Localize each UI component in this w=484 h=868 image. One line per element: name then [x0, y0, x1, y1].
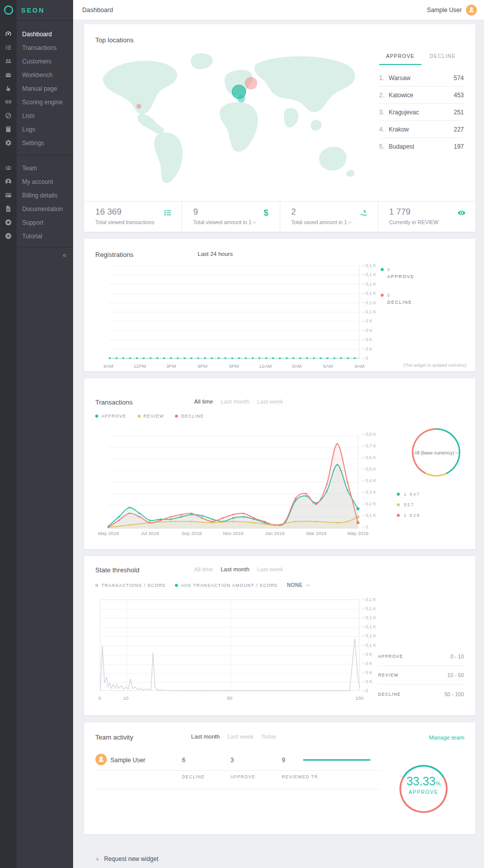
tab-today[interactable]: Today [261, 733, 277, 740]
x-axis-label: 6PM [188, 363, 218, 369]
stat-card[interactable]: 9Total viewed amount in 1$ [182, 202, 279, 232]
tab-last-week[interactable]: Last week [227, 733, 254, 740]
y-axis-label: 0,5 K [362, 466, 376, 472]
x-axis-label: May 2018 [91, 530, 126, 536]
transactions-legend: APPROVEREVIEWDECLINE [95, 414, 204, 419]
x-axis-label: Mar 2019 [299, 530, 334, 536]
sidebar-item-documentation[interactable]: Documentation [0, 202, 73, 216]
threshold-label: APPROVE [378, 654, 403, 659]
transactions-card: Transactions All timeLast monthLast week… [84, 378, 475, 549]
location-count: 574 [454, 75, 464, 82]
stat-card[interactable]: 16 369Total viewed transactions [84, 202, 182, 232]
state-threshold-card: State threshold All timeLast monthLast w… [84, 556, 475, 715]
tab-decline[interactable]: DECLINE [421, 53, 464, 65]
y-axis-label: 0 K [362, 652, 373, 657]
legend-dot [397, 503, 400, 506]
tab-all-time[interactable]: All time [194, 566, 213, 572]
x-axis-label: 9PM [219, 363, 249, 369]
tab-last-month[interactable]: Last month [221, 566, 250, 572]
tab-last-week[interactable]: Last week [257, 398, 283, 405]
sidebar-item-logs[interactable]: Logs [0, 122, 73, 136]
stat-card[interactable]: 2Total saved amount in 1$ [280, 202, 378, 232]
sidebar-item-label: Transactions [22, 44, 56, 51]
seon-logo-icon [3, 5, 14, 16]
threshold-row[interactable]: APPROVE0 - 10 [378, 647, 464, 666]
tab-last-24-hours[interactable]: Last 24 hours [198, 251, 233, 257]
sidebar-item-customers[interactable]: Customers [0, 54, 73, 68]
top-locations-tabs: APPROVEDECLINE [379, 53, 464, 65]
approve-rate-value: 33.33% APPROVE [398, 775, 449, 795]
currency-donut: All (base currency) [411, 427, 461, 478]
legend-item: AVG TRANSACTION AMOUNT / SCORE [175, 583, 278, 588]
threshold-row[interactable]: REVIEW10 - 50 [378, 666, 464, 685]
manage-team-link[interactable]: Manage team [429, 735, 464, 741]
page-title: Dashboard [82, 7, 113, 14]
threshold-row[interactable]: DECLINE50 - 100 [378, 685, 464, 703]
sidebar-item-my-account[interactable]: My account [0, 175, 73, 188]
user-avatar[interactable] [466, 5, 477, 16]
location-row[interactable]: 4.Krakow227 [379, 121, 464, 138]
currency-selector[interactable]: All (base currency) [407, 427, 465, 478]
sidebar-item-tutorial[interactable]: Tutorial [0, 229, 73, 243]
user-name[interactable]: Sample User [427, 7, 462, 14]
y-axis-label: 0,8 K [362, 432, 376, 437]
legend-dot [397, 514, 400, 517]
tab-last-month[interactable]: Last month [221, 398, 250, 405]
transactions-chart-svg [108, 434, 361, 530]
sidebar-item-dashboard[interactable]: Dashboard [0, 27, 73, 41]
gridline [108, 284, 359, 285]
sidebar-divider [0, 247, 73, 247]
location-city: Budapest [389, 143, 454, 150]
tab-last-week[interactable]: Last week [257, 566, 283, 572]
gridline [108, 330, 359, 331]
transactions-icon [5, 44, 12, 51]
x-axis-label: Sep 2018 [174, 530, 209, 536]
stat-label-text: Total viewed amount in 1 [193, 219, 252, 225]
location-row[interactable]: 5.Budapest197 [379, 138, 464, 155]
sidebar-item-scoring-engine[interactable]: Scoring engine [0, 95, 73, 109]
legend-value: 0 [387, 267, 390, 272]
x-axis-label: 9AM [93, 363, 124, 369]
sidebar-divider [0, 155, 73, 155]
my-account-icon [5, 178, 12, 185]
donut-legend-value: 1 647 [404, 492, 420, 497]
threshold-series [100, 600, 360, 691]
y-axis-label: 0 K [362, 661, 373, 666]
tab-all-time[interactable]: All time [194, 398, 213, 405]
flat-zero-series [108, 356, 359, 361]
location-row[interactable]: 1.Warsaw574 [379, 70, 464, 87]
x-axis-label: May 2019 [340, 530, 376, 536]
sidebar-item-workbench[interactable]: Workbench [0, 68, 73, 82]
y-axis-label: 0,3 K [362, 490, 376, 495]
legend-item: REVIEW [138, 414, 164, 419]
sidebar-collapse-button[interactable]: « [63, 251, 67, 259]
stat-value: 2 [291, 207, 368, 217]
location-row[interactable]: 2.Katowice453 [379, 87, 464, 104]
sidebar-item-lists[interactable]: Lists [0, 109, 73, 122]
tab-approve[interactable]: APPROVE [379, 53, 421, 65]
sidebar-item-settings[interactable]: Settings [0, 136, 73, 150]
brand-logo[interactable]: SEON [0, 0, 73, 21]
location-rank: 1. [379, 75, 389, 82]
x-axis-label: Jul 2018 [133, 530, 168, 536]
tab-last-month[interactable]: Last month [191, 733, 220, 740]
stat-label-text: Total saved amount in 1 [291, 219, 347, 225]
y-axis-label: 0,1 K [362, 300, 376, 305]
request-new-widget-button[interactable]: + Request new widget [84, 852, 475, 865]
score-field-selector[interactable]: NONE [287, 582, 310, 588]
location-row[interactable]: 3.Kragujevac251 [379, 104, 464, 121]
threshold-label: REVIEW [378, 673, 399, 678]
card-title: State threshold [95, 566, 139, 574]
sidebar-item-support[interactable]: Support [0, 216, 73, 229]
chevron-down-icon [307, 583, 310, 586]
y-axis-label: 0,1 K [362, 615, 376, 620]
topbar: Dashboard Sample User [73, 0, 484, 20]
stat-card[interactable]: 1 779Currently in REVIEW [378, 202, 475, 232]
column-header: APPROVE [230, 774, 256, 779]
sidebar-item-transactions[interactable]: Transactions [0, 41, 73, 54]
sidebar-item-team[interactable]: Team [0, 161, 73, 175]
sidebar-item-billing-details[interactable]: Billing details [0, 188, 73, 202]
sidebar-item-manual-page[interactable]: Manual page [0, 82, 73, 95]
legend-label: DECLINE [181, 414, 204, 419]
support-icon [5, 219, 12, 226]
